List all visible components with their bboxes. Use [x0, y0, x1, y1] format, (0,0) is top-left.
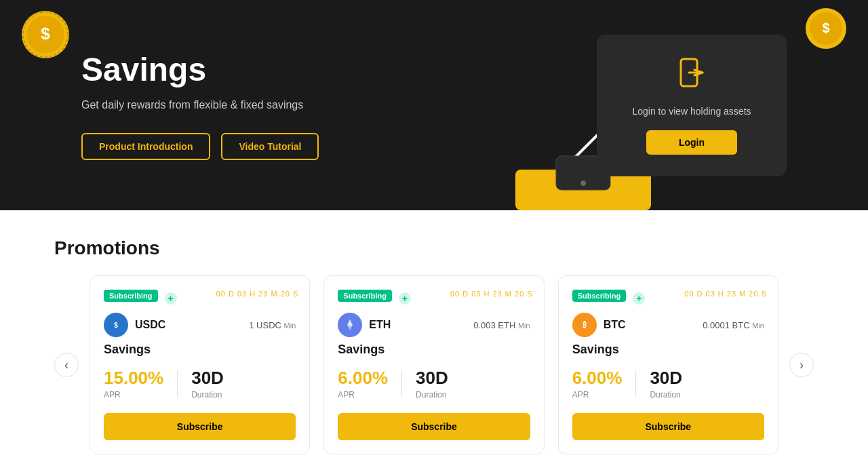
stats-row-usdc: 15.00% APR 30D Duration [104, 368, 296, 400]
subscribing-badge-eth: Subscribing [338, 290, 392, 302]
plus-icon-eth: + [399, 292, 411, 305]
login-text: Login to view holding assets [613, 106, 770, 117]
token-row-usdc: $ USDC 1 USDC Min [104, 313, 296, 337]
promo-card-eth: Subscribing + 00 D 03 H 23 M 20 S ETH 0.… [323, 275, 544, 454]
hero-subtitle: Get daily rewards from flexible & fixed … [81, 99, 570, 111]
hero-section: $ $ Savings Get daily rewards from flexi… [0, 0, 868, 210]
timer-eth: 00 D 03 H 23 M 20 S [450, 290, 533, 298]
login-button[interactable]: Login [646, 130, 737, 155]
token-name-usdc: USDC [135, 319, 165, 331]
stats-row-btc: 6.00% APR 30D Duration [572, 368, 764, 400]
eth-icon [338, 313, 362, 337]
subscribe-button-usdc[interactable]: Subscribe [104, 413, 296, 440]
token-info-btc: ₿ BTC [572, 313, 626, 337]
login-icon [613, 56, 770, 95]
svg-point-12 [580, 180, 586, 186]
svg-text:$: $ [114, 322, 118, 329]
stats-row-eth: 6.00% APR 30D Duration [338, 368, 530, 400]
savings-label-eth: Savings [338, 343, 530, 357]
apr-stat-usdc: 15.00% APR [104, 368, 163, 400]
stat-divider-eth [401, 370, 402, 397]
stat-divider-btc [635, 370, 636, 397]
subscribe-button-btc[interactable]: Subscribe [572, 413, 764, 440]
apr-stat-eth: 6.00% APR [338, 368, 388, 400]
promotions-section: Promotions ‹ Subscribing + 00 D 03 H 23 … [0, 210, 868, 466]
token-row-btc: ₿ BTC 0.0001 BTC Min [572, 313, 764, 337]
login-card: Login to view holding assets Login [597, 35, 787, 176]
duration-stat-btc: 30D Duration [650, 368, 682, 400]
promo-card-usdc: Subscribing + 00 D 03 H 23 M 20 S $ USDC… [90, 275, 310, 454]
svg-text:$: $ [41, 24, 50, 43]
savings-label-btc: Savings [572, 343, 764, 357]
carousel-wrapper: ‹ Subscribing + 00 D 03 H 23 M 20 S $ [54, 275, 814, 454]
promo-card-btc: Subscribing + 00 D 03 H 23 M 20 S ₿ BTC … [558, 275, 778, 454]
video-tutorial-button[interactable]: Video Tutorial [221, 133, 319, 160]
usdc-icon: $ [104, 313, 128, 337]
min-amount-usdc: 1 USDC Min [249, 320, 296, 330]
token-name-btc: BTC [604, 319, 626, 331]
apr-stat-btc: 6.00% APR [572, 368, 623, 400]
subscribe-button-eth[interactable]: Subscribe [338, 413, 530, 440]
token-info-eth: ETH [338, 313, 391, 337]
token-name-eth: ETH [369, 319, 391, 331]
duration-stat-eth: 30D Duration [416, 368, 448, 400]
subscribing-badge-btc: Subscribing [572, 290, 627, 302]
token-info-usdc: $ USDC [104, 313, 165, 337]
product-intro-button[interactable]: Product Introduction [81, 133, 210, 160]
promotions-title: Promotions [54, 237, 814, 259]
token-row-eth: ETH 0.003 ETH Min [338, 313, 530, 337]
svg-text:$: $ [822, 20, 829, 35]
timer-btc: 00 D 03 H 23 M 20 S [684, 290, 767, 298]
timer-usdc: 00 D 03 H 23 M 20 S [216, 290, 299, 298]
svg-text:₿: ₿ [583, 321, 587, 329]
coin-left-decoration: $ [22, 11, 69, 58]
subscribing-badge-usdc: Subscribing [104, 290, 158, 302]
cards-container: Subscribing + 00 D 03 H 23 M 20 S $ USDC… [90, 275, 778, 454]
hero-content: Savings Get daily rewards from flexible … [81, 51, 570, 160]
carousel-prev-button[interactable]: ‹ [54, 353, 79, 377]
duration-stat-usdc: 30D Duration [191, 368, 224, 400]
carousel-next-button[interactable]: › [789, 353, 814, 377]
stat-divider-usdc [177, 370, 178, 397]
hero-buttons: Product Introduction Video Tutorial [81, 133, 570, 160]
hero-title: Savings [81, 51, 570, 88]
plus-icon-usdc: + [165, 292, 177, 305]
min-amount-eth: 0.003 ETH Min [473, 320, 530, 330]
savings-label-usdc: Savings [104, 343, 296, 357]
btc-icon: ₿ [572, 313, 597, 337]
coin-right-decoration: $ [806, 8, 846, 49]
plus-icon-btc: + [633, 292, 645, 305]
min-amount-btc: 0.0001 BTC Min [703, 320, 764, 330]
